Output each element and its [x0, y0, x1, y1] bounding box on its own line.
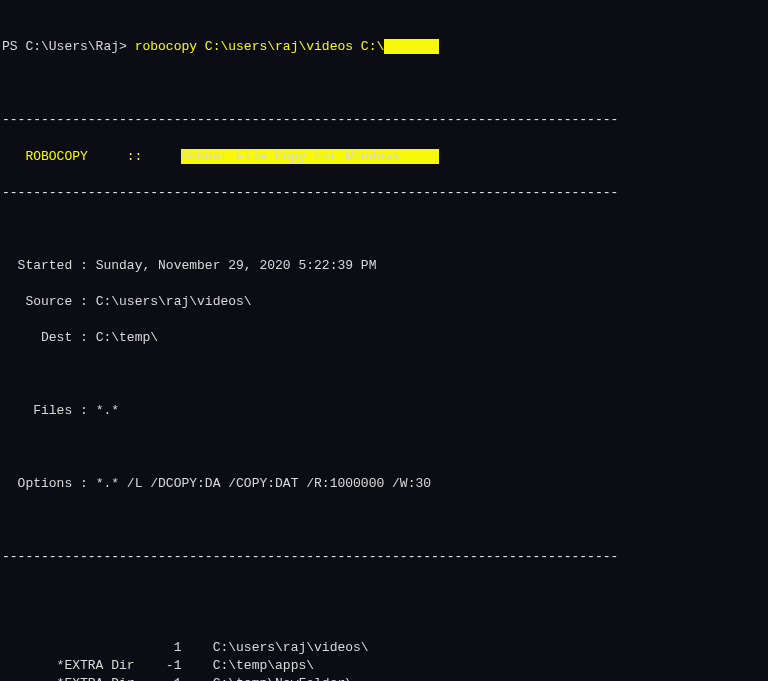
blank-line — [2, 439, 766, 457]
robocopy-desc: Robust File Copy for Windows — [181, 149, 399, 164]
blank-line — [2, 220, 766, 238]
meta-options: Options : *.* /L /DCOPY:DA /COPY:DAT /R:… — [2, 475, 766, 493]
meta-source: Source : C:\users\raj\videos\ — [2, 293, 766, 311]
dash-separator: ----------------------------------------… — [2, 184, 766, 202]
blank-line — [2, 511, 766, 529]
robocopy-header-line: ROBOCOPY :: Robust File Copy for Windows — [2, 148, 766, 166]
blank-line — [2, 584, 766, 602]
dash-separator: ----------------------------------------… — [2, 548, 766, 566]
robocopy-label: ROBOCOPY :: — [2, 149, 181, 164]
blank-line — [2, 75, 766, 93]
blank-line — [2, 366, 766, 384]
meta-dest: Dest : C:\temp\ — [2, 329, 766, 347]
robocopy-command-highlight: temp /L — [384, 39, 439, 54]
ps-prompt-1: PS C:\Users\Raj> — [2, 39, 135, 54]
robocopy-command-part1: robocopy C:\users\raj\videos C:\ — [135, 39, 385, 54]
dir-row: *EXTRA Dir -1 C:\temp\apps\ — [2, 657, 766, 675]
command-line-1: PS C:\Users\Raj> robocopy C:\users\raj\v… — [2, 38, 766, 56]
meta-started: Started : Sunday, November 29, 2020 5:22… — [2, 257, 766, 275]
dash-separator: ----------------------------------------… — [2, 111, 766, 129]
robocopy-desc-trail — [400, 149, 439, 164]
meta-files: Files : *.* — [2, 402, 766, 420]
dir-row: 1 C:\users\raj\videos\ — [2, 639, 766, 657]
terminal-output[interactable]: PS C:\Users\Raj> robocopy C:\users\raj\v… — [0, 0, 768, 681]
directory-listing: 1 C:\users\raj\videos\ *EXTRA Dir -1 C:\… — [2, 639, 766, 681]
dir-row: *EXTRA Dir -1 C:\temp\NewFolder\ — [2, 675, 766, 681]
